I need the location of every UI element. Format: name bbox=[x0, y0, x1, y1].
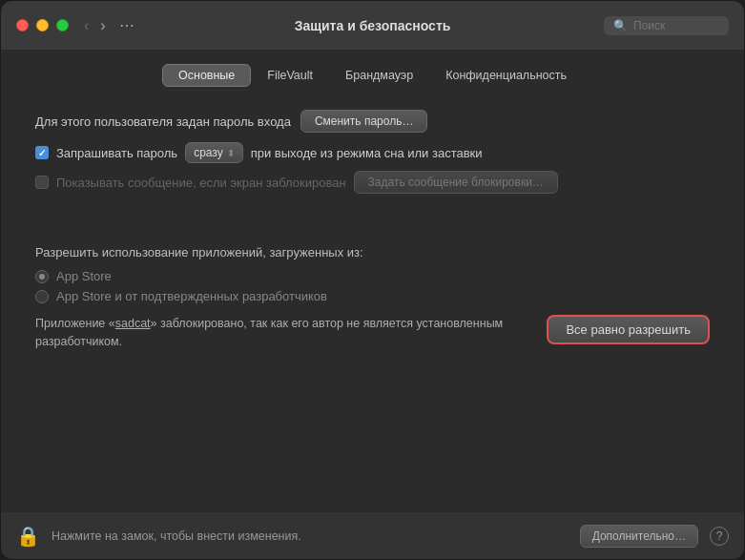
radio-developers-row: App Store и от подтвержденных разработчи… bbox=[35, 289, 710, 303]
tab-filevault[interactable]: FileVault bbox=[251, 64, 329, 87]
forward-button[interactable]: › bbox=[96, 15, 109, 36]
radio-appstore-row: App Store bbox=[35, 269, 710, 283]
grid-icon[interactable]: ⋯ bbox=[119, 16, 135, 34]
help-button[interactable]: ? bbox=[710, 527, 729, 546]
blocked-app-name: sadcat bbox=[115, 317, 151, 330]
show-message-checkbox[interactable] bbox=[35, 176, 49, 189]
lock-icon[interactable]: 🔒 bbox=[16, 525, 40, 548]
titlebar: ‹ › ⋯ Защита и безопасность 🔍 bbox=[1, 1, 744, 51]
tab-privacy[interactable]: Конфиденциальность bbox=[429, 64, 583, 87]
window-title-text: Защита и безопасность bbox=[295, 18, 451, 33]
ask-password-suffix: при выходе из режима сна или заставки bbox=[251, 146, 483, 160]
search-box[interactable]: 🔍 bbox=[604, 16, 729, 35]
radio-developers-label: App Store и от подтвержденных разработчи… bbox=[56, 289, 327, 303]
blocked-text: Приложение «sadcat» заблокировано, так к… bbox=[35, 315, 531, 351]
show-message-label: Показывать сообщение, если экран заблоки… bbox=[56, 176, 346, 190]
chevron-up-down-icon: ⬍ bbox=[227, 148, 235, 158]
advanced-button[interactable]: Дополнительно… bbox=[580, 525, 698, 548]
tab-basic[interactable]: Основные bbox=[162, 64, 251, 87]
set-message-button: Задать сообщение блокировки… bbox=[354, 171, 558, 194]
show-message-row: Показывать сообщение, если экран заблоки… bbox=[35, 171, 710, 194]
main-window: ‹ › ⋯ Защита и безопасность 🔍 Основные F… bbox=[0, 0, 745, 560]
search-input[interactable] bbox=[633, 19, 719, 32]
bottombar: 🔒 Нажмите на замок, чтобы внести изменен… bbox=[1, 511, 744, 559]
close-button[interactable] bbox=[16, 19, 29, 31]
minimize-button[interactable] bbox=[36, 19, 49, 31]
radio-dot bbox=[39, 274, 45, 280]
nav-arrows: ‹ › bbox=[80, 15, 110, 36]
content-area: Для этого пользователя задан пароль вход… bbox=[1, 96, 744, 511]
allow-anyway-button[interactable]: Все равно разрешить bbox=[547, 315, 710, 344]
allow-section: Разрешить использование приложений, загр… bbox=[35, 245, 710, 351]
traffic-lights bbox=[16, 19, 69, 31]
blocked-section: Приложение «sadcat» заблокировано, так к… bbox=[35, 315, 710, 351]
lock-text: Нажмите на замок, чтобы внести изменения… bbox=[52, 529, 569, 543]
back-button[interactable]: ‹ bbox=[80, 15, 93, 36]
radio-developers[interactable] bbox=[35, 290, 49, 303]
radio-appstore-label: App Store bbox=[56, 269, 112, 283]
radio-appstore[interactable] bbox=[35, 270, 49, 283]
ask-password-checkbox[interactable]: ✓ bbox=[35, 146, 49, 159]
window-title: Защита и безопасность bbox=[295, 18, 451, 33]
checkmark-icon: ✓ bbox=[38, 148, 46, 158]
maximize-button[interactable] bbox=[56, 19, 69, 31]
tab-firewall[interactable]: Брандмауэр bbox=[329, 64, 429, 87]
ask-password-row: ✓ Запрашивать пароль сразу ⬍ при выходе … bbox=[35, 142, 710, 163]
ask-password-select[interactable]: сразу ⬍ bbox=[185, 142, 243, 163]
allow-section-title: Разрешить использование приложений, загр… bbox=[35, 245, 710, 259]
search-icon: 🔍 bbox=[613, 19, 628, 32]
password-row: Для этого пользователя задан пароль вход… bbox=[35, 110, 710, 133]
password-label: Для этого пользователя задан пароль вход… bbox=[35, 114, 291, 129]
tabs-bar: Основные FileVault Брандмауэр Конфиденци… bbox=[1, 51, 744, 96]
ask-password-label: Запрашивать пароль bbox=[56, 146, 177, 160]
change-password-button[interactable]: Сменить пароль… bbox=[300, 110, 428, 133]
